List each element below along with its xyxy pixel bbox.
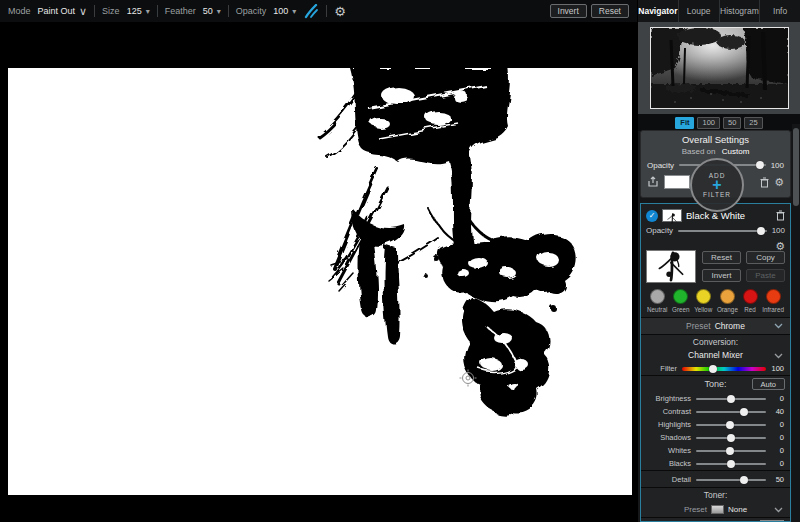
conversion-method-select[interactable]: Channel Mixer [641,349,790,362]
brush-icon[interactable] [303,4,319,19]
highlights-slider[interactable] [696,420,766,430]
mode-label: Mode [8,6,31,16]
scrollbar-thumb[interactable] [793,128,799,206]
panel-scrollbar[interactable] [792,124,800,522]
navigator-preview[interactable] [650,27,789,109]
mask-thumbnail[interactable] [646,250,696,283]
zoom-100-button[interactable]: 100 [697,117,720,129]
zoom-50-button[interactable]: 50 [723,117,741,129]
opacity-select[interactable]: 100 ▾ [273,6,296,16]
reset-button[interactable]: Reset [591,4,629,18]
toolbar-divider [157,5,158,17]
slider-handle[interactable] [709,365,717,373]
zoom-25-button[interactable]: 25 [744,117,762,129]
swatch-color [650,289,665,304]
highlights-value: 0 [766,420,784,429]
tab-navigator[interactable]: Navigator [638,0,678,22]
shadows-slider[interactable] [696,433,766,443]
gear-icon[interactable]: ⚙ [774,176,784,189]
image-canvas[interactable] [8,68,632,495]
toner-preset-select[interactable]: Preset None [641,502,790,517]
feather-select[interactable]: 50 ▾ [203,6,221,16]
navigator-area [638,22,800,114]
plus-icon: + [712,179,721,191]
invert-button[interactable]: Invert [702,269,741,282]
filter-enabled-checkbox[interactable]: ✓ [646,210,658,222]
slider-handle[interactable] [757,227,765,235]
contrast-slider[interactable] [696,407,766,417]
toner-preset-label: Preset [684,505,707,514]
filter-thumbnail[interactable] [662,209,682,222]
invert-button[interactable]: Invert [550,4,587,18]
swatch-infrared[interactable]: Infrared [762,289,784,313]
whites-value: 0 [766,446,784,455]
toolbar-divider [228,5,229,17]
preset-selector[interactable]: Preset Chrome [641,317,790,334]
opacity-label: Opacity [236,6,267,16]
brightness-label: Brightness [647,394,691,403]
swatch-yellow[interactable]: Yellow [694,289,712,313]
toner-title: Toner: [641,488,790,502]
detail-slider[interactable] [696,475,766,485]
tab-loupe[interactable]: Loupe [678,0,719,22]
detail-row: Detail 50 [641,473,790,486]
trash-icon[interactable] [776,210,785,221]
mode-value: Paint Out [38,6,76,16]
swatch-red[interactable]: Red [743,289,758,313]
toolbar-divider [94,5,95,17]
add-filter-button[interactable]: ADD + FILTER [690,158,744,212]
filter-hue-value: 100 [766,364,784,373]
overall-settings-title: Overall Settings [647,134,784,145]
slider-handle[interactable] [727,434,735,442]
swatch-color [673,289,688,304]
whites-slider[interactable] [696,446,766,456]
filter-hue-slider[interactable] [682,364,766,374]
detail-value: 50 [766,475,784,484]
dropdown-triangle-icon: ▾ [292,7,296,16]
filter-opacity-slider[interactable] [678,226,767,236]
contrast-row: Contrast 40 [641,405,790,418]
feather-value: 50 [203,6,213,16]
bw-mask-artwork [8,68,632,495]
auto-button[interactable]: Auto [752,378,785,390]
filter-opacity-value: 100 [767,226,785,235]
slider-handle[interactable] [756,161,764,169]
copy-button[interactable]: Copy [746,251,785,264]
slider-handle[interactable] [727,460,735,468]
slider-handle[interactable] [740,476,748,484]
tab-info[interactable]: Info [759,0,800,22]
swatch-color [766,289,781,304]
reset-button[interactable]: Reset [702,251,741,264]
tone-header: Tone: Auto [641,376,790,392]
mode-select[interactable]: Paint Out ∨ [38,6,88,16]
size-label: Size [102,6,120,16]
export-mask-icon[interactable] [647,176,659,188]
trash-icon[interactable] [760,177,769,188]
tone-section: Tone: Auto Brightness 0 Contrast 40 High… [641,375,790,470]
detail-section: Detail 50 [641,470,790,487]
paste-button[interactable]: Paste [746,269,785,282]
slider-handle[interactable] [726,447,734,455]
blacks-slider[interactable] [696,459,766,469]
swatch-color [720,289,735,304]
toner-highlights-section: Highlights Amount 0 [641,517,790,522]
brightness-slider[interactable] [696,394,766,404]
swatch-color [743,289,758,304]
slider-handle[interactable] [726,421,734,429]
size-select[interactable]: 125 ▾ [127,6,150,16]
swatch-green[interactable]: Green [672,289,690,313]
swatch-neutral[interactable]: Neutral [647,289,667,313]
swatch-label: Infrared [762,306,784,313]
swatch-orange[interactable]: Orange [717,289,738,313]
swatch-label: Orange [717,306,738,313]
zoom-fit-button[interactable]: Fit [675,117,694,129]
brightness-value: 0 [766,394,784,403]
gear-icon[interactable]: ⚙ [334,5,346,18]
opacity-value: 100 [273,6,288,16]
swatch-label: Red [744,306,756,313]
overall-mask-thumbnail[interactable] [664,175,690,189]
slider-handle[interactable] [727,395,735,403]
conversion-title: Conversion: [641,335,790,349]
slider-handle[interactable] [740,408,748,416]
tab-histogram[interactable]: Histogram [719,0,760,22]
